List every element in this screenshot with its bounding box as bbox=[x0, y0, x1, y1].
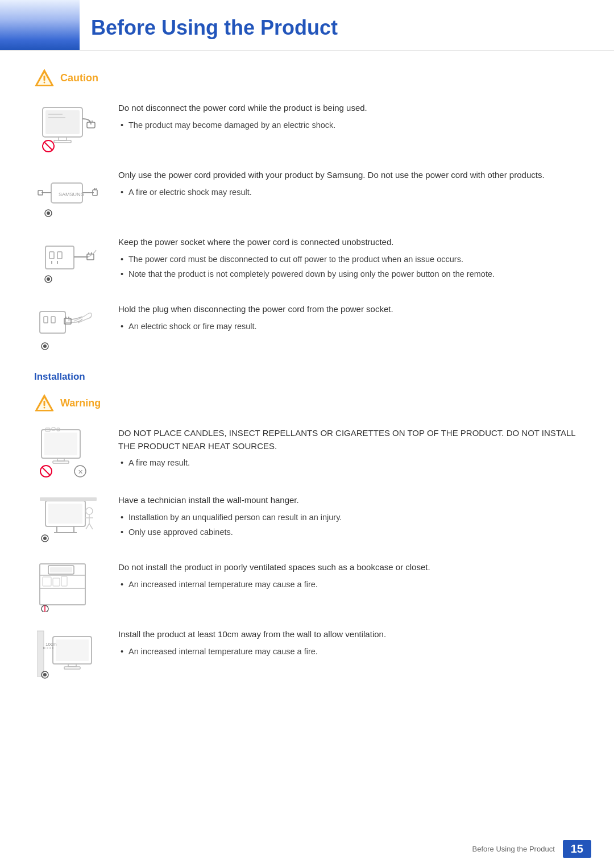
caution-bullet-3-1: The power cord must be disconnected to c… bbox=[118, 254, 580, 266]
svg-rect-28 bbox=[51, 261, 52, 264]
install-image-3 bbox=[34, 561, 102, 612]
install-text-2: Have a technician install the wall-mount… bbox=[118, 494, 580, 542]
install-bullet-3-1: An increased internal temperature may ca… bbox=[118, 579, 580, 591]
page-title: Before Using the Product bbox=[91, 16, 614, 40]
caution-main-3: Keep the power socket where the power co… bbox=[118, 236, 580, 249]
caution-image-4 bbox=[34, 303, 102, 354]
caution-badge: Caution bbox=[34, 68, 580, 88]
svg-text:✕: ✕ bbox=[78, 468, 83, 475]
install-bullets-2: Installation by an unqualified person ca… bbox=[118, 512, 580, 539]
caution-item-2: SAMSUNG Only use the power cord provided… bbox=[34, 169, 580, 220]
caution-item-1: Do not disconnect the power cord while t… bbox=[34, 102, 580, 153]
svg-rect-9 bbox=[54, 140, 71, 143]
caution-main-1: Do not disconnect the power cord while t… bbox=[118, 102, 580, 115]
svg-rect-29 bbox=[57, 261, 58, 264]
warning-badge: Warning bbox=[34, 393, 580, 413]
caution-item-3: Keep the power socket where the power co… bbox=[34, 236, 580, 287]
svg-rect-27 bbox=[57, 252, 62, 259]
caution-bullets-1: The product may become damaged by an ele… bbox=[118, 119, 580, 132]
caution-image-2: SAMSUNG bbox=[34, 169, 102, 220]
install-text-1: DO NOT PLACE CANDLES, INSECT REPELLANTS … bbox=[118, 427, 580, 472]
caution-bullet-2-1: A fire or electric shock may result. bbox=[118, 186, 580, 199]
installation-divider: Installation bbox=[34, 371, 580, 383]
svg-rect-46 bbox=[44, 401, 45, 406]
install-main-4: Install the product at least 10cm away f… bbox=[118, 628, 580, 641]
svg-text:10cm: 10cm bbox=[45, 642, 57, 647]
install-main-1: DO NOT PLACE CANDLES, INSECT REPELLANTS … bbox=[118, 427, 580, 452]
svg-rect-37 bbox=[44, 317, 48, 323]
svg-rect-26 bbox=[49, 252, 54, 259]
svg-line-56 bbox=[42, 467, 50, 475]
installation-label: Installation bbox=[34, 371, 580, 383]
install-bullet-4-1: An increased internal temperature may ca… bbox=[118, 646, 580, 658]
page-number: 15 bbox=[563, 840, 591, 858]
svg-rect-82 bbox=[37, 631, 44, 676]
header-blue-bar bbox=[0, 0, 80, 50]
svg-point-43 bbox=[43, 344, 47, 348]
install-bullets-3: An increased internal temperature may ca… bbox=[118, 579, 580, 591]
caution-item-4: Hold the plug when disconnecting the pow… bbox=[34, 303, 580, 354]
svg-point-24 bbox=[47, 211, 50, 215]
install-item-2: Have a technician install the wall-mount… bbox=[34, 494, 580, 545]
caution-text-1: Do not disconnect the power cord while t… bbox=[118, 102, 580, 134]
caution-bullets-2: A fire or electric shock may result. bbox=[118, 186, 580, 199]
install-item-3: Do not install the product in poorly ven… bbox=[34, 561, 580, 612]
install-image-4: 10cm bbox=[34, 628, 102, 679]
svg-text:SAMSUNG: SAMSUNG bbox=[59, 192, 85, 197]
caution-image-1 bbox=[34, 102, 102, 153]
warning-icon bbox=[34, 393, 55, 413]
svg-rect-86 bbox=[64, 667, 80, 669]
caution-bullet-3-2: Note that the product is not completely … bbox=[118, 268, 580, 281]
install-item-4: 10cm Install the product at least 10cm a… bbox=[34, 628, 580, 679]
caution-main-4: Hold the plug when disconnecting the pow… bbox=[118, 303, 580, 316]
svg-point-47 bbox=[44, 407, 45, 409]
install-bullet-2-1: Installation by an unqualified person ca… bbox=[118, 512, 580, 524]
svg-rect-64 bbox=[40, 497, 97, 501]
install-main-2: Have a technician install the wall-mount… bbox=[118, 494, 580, 507]
install-main-3: Do not install the product in poorly ven… bbox=[118, 561, 580, 574]
caution-image-3 bbox=[34, 236, 102, 287]
caution-bullet-1-1: The product may become damaged by an ele… bbox=[118, 119, 580, 132]
svg-rect-76 bbox=[50, 567, 72, 572]
install-text-3: Do not install the product in poorly ven… bbox=[118, 561, 580, 593]
svg-line-14 bbox=[44, 142, 52, 150]
svg-point-35 bbox=[47, 277, 50, 281]
caution-icon bbox=[34, 68, 55, 88]
footer-text: Before Using the Product bbox=[472, 845, 555, 853]
install-image-2 bbox=[34, 494, 102, 545]
caution-text-4: Hold the plug when disconnecting the pow… bbox=[118, 303, 580, 335]
caution-bullets-4: An electric shock or fire may result. bbox=[118, 321, 580, 333]
install-text-4: Install the product at least 10cm away f… bbox=[118, 628, 580, 661]
install-bullets-4: An increased internal temperature may ca… bbox=[118, 646, 580, 658]
svg-rect-78 bbox=[53, 578, 60, 586]
warning-label: Warning bbox=[60, 397, 101, 409]
svg-point-71 bbox=[43, 537, 47, 540]
install-bullet-2-2: Only use approved cabinets. bbox=[118, 526, 580, 539]
svg-point-92 bbox=[43, 673, 47, 676]
install-bullet-1-1: A fire may result. bbox=[118, 457, 580, 470]
install-bullets-1: A fire may result. bbox=[118, 457, 580, 470]
svg-rect-2 bbox=[44, 76, 45, 81]
svg-rect-84 bbox=[56, 639, 89, 661]
caution-label: Caution bbox=[60, 72, 98, 84]
svg-rect-60 bbox=[48, 504, 82, 524]
install-item-1: ✕ DO NOT PLACE CANDLES, INSECT REPELLANT… bbox=[34, 427, 580, 478]
svg-rect-38 bbox=[51, 317, 55, 323]
caution-bullets-3: The power cord must be disconnected to c… bbox=[118, 254, 580, 281]
svg-rect-54 bbox=[53, 461, 69, 463]
svg-point-3 bbox=[44, 82, 45, 84]
svg-point-65 bbox=[86, 508, 93, 514]
page-footer: Before Using the Product 15 bbox=[472, 840, 592, 858]
svg-rect-79 bbox=[61, 576, 67, 586]
caution-main-2: Only use the power cord provided with yo… bbox=[118, 169, 580, 182]
install-image-1: ✕ bbox=[34, 427, 102, 478]
content-area: Caution bbox=[0, 68, 614, 729]
svg-rect-77 bbox=[43, 577, 51, 586]
caution-bullet-4-1: An electric shock or fire may result. bbox=[118, 321, 580, 333]
caution-text-3: Keep the power socket where the power co… bbox=[118, 236, 580, 284]
svg-line-68 bbox=[86, 524, 89, 529]
caution-text-2: Only use the power cord provided with yo… bbox=[118, 169, 580, 201]
svg-line-69 bbox=[89, 524, 93, 529]
svg-rect-49 bbox=[44, 433, 77, 455]
page-header: Before Using the Product bbox=[0, 0, 614, 51]
